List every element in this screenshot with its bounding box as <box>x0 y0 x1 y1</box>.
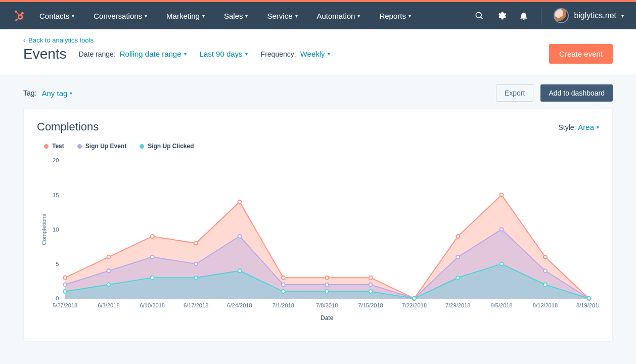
chart-legend: TestSign Up EventSign Up Clicked <box>44 143 599 150</box>
svg-point-31 <box>63 276 67 280</box>
svg-text:15: 15 <box>53 192 59 198</box>
legend-item[interactable]: Test <box>44 143 64 150</box>
svg-text:8/5/2018: 8/5/2018 <box>490 302 512 308</box>
legend-swatch <box>77 144 82 149</box>
tag-dropdown[interactable]: Any tag ▾ <box>41 89 72 98</box>
nav-item-service[interactable]: Service▾ <box>267 12 297 20</box>
svg-line-9 <box>481 17 483 19</box>
chevron-down-icon: ▾ <box>245 13 248 19</box>
svg-point-55 <box>543 269 547 272</box>
svg-text:6/17/2018: 6/17/2018 <box>184 302 208 308</box>
svg-text:Completions: Completions <box>41 213 47 245</box>
account-name: biglytics.net <box>574 11 616 20</box>
chevron-down-icon: ▾ <box>145 13 147 19</box>
svg-point-46 <box>151 255 154 259</box>
chevron-down-icon: ▾ <box>357 13 360 19</box>
nav-item-label: Automation <box>317 12 355 20</box>
chevron-down-icon: ▾ <box>184 51 187 57</box>
create-event-button[interactable]: Create event <box>549 44 613 64</box>
legend-label: Test <box>52 143 64 150</box>
svg-point-34 <box>194 242 198 245</box>
chevron-down-icon: ▾ <box>295 13 298 19</box>
completions-chart: 051015205/27/20186/3/20186/10/20186/17/2… <box>37 154 599 326</box>
sub-header-row: Events Date range: Rolling date range ▾ … <box>23 44 613 64</box>
date-range-label: Date range: <box>79 50 116 58</box>
last-period-dropdown[interactable]: Last 90 days ▾ <box>200 50 248 58</box>
chevron-down-icon: ▾ <box>202 13 205 19</box>
style-value: Area <box>578 123 594 131</box>
svg-point-66 <box>456 276 460 280</box>
chevron-left-icon: ‹ <box>23 36 25 44</box>
sub-header: ‹ Back to analytics tools Events Date ra… <box>0 29 636 75</box>
nav-right: biglytics.net ▾ <box>474 8 624 23</box>
export-button[interactable]: Export <box>496 84 533 102</box>
last-period-value: Last 90 days <box>200 50 243 58</box>
nav-item-label: Sales <box>224 12 243 20</box>
svg-point-44 <box>63 283 67 286</box>
nav-divider <box>541 9 541 23</box>
nav-items: Contacts▾Conversations▾Marketing▾Sales▾S… <box>39 12 474 20</box>
chevron-down-icon: ▾ <box>408 13 411 19</box>
svg-text:6/10/2018: 6/10/2018 <box>140 302 165 308</box>
svg-text:8/12/2018: 8/12/2018 <box>533 302 558 308</box>
legend-item[interactable]: Sign Up Event <box>77 143 126 150</box>
chart-card: Completions Style: Area ▾ TestSign Up Ev… <box>23 109 613 341</box>
svg-text:6/3/2018: 6/3/2018 <box>98 302 119 308</box>
settings-gear-icon[interactable] <box>496 11 507 21</box>
svg-point-51 <box>369 283 373 286</box>
notifications-bell-icon[interactable] <box>519 11 529 21</box>
frequency-value: Weekly <box>300 50 325 58</box>
svg-point-45 <box>107 269 110 272</box>
nav-item-marketing[interactable]: Marketing▾ <box>166 12 205 20</box>
style-label: Style: <box>558 123 576 131</box>
svg-point-64 <box>369 290 373 293</box>
svg-line-7 <box>16 18 19 20</box>
add-to-dashboard-button[interactable]: Add to dashboard <box>540 84 613 102</box>
svg-point-61 <box>238 269 241 272</box>
svg-line-5 <box>16 12 19 15</box>
svg-point-8 <box>476 12 482 18</box>
back-link[interactable]: ‹ Back to analytics tools <box>23 36 613 44</box>
nav-item-automation[interactable]: Automation▾ <box>317 12 360 20</box>
svg-point-63 <box>325 290 329 293</box>
svg-point-60 <box>194 276 198 280</box>
style-dropdown[interactable]: Area ▾ <box>578 123 599 131</box>
chart-area: 051015205/27/20186/3/20186/10/20186/17/2… <box>37 154 599 326</box>
frequency-dropdown[interactable]: Weekly ▾ <box>300 50 330 58</box>
legend-item[interactable]: Sign Up Clicked <box>140 143 194 150</box>
svg-point-48 <box>238 235 241 238</box>
svg-text:7/22/2018: 7/22/2018 <box>402 302 427 308</box>
nav-item-conversations[interactable]: Conversations▾ <box>94 12 147 20</box>
date-range-value: Rolling date range <box>120 50 181 58</box>
date-range-dropdown[interactable]: Rolling date range ▾ <box>120 50 187 58</box>
svg-point-57 <box>63 290 67 293</box>
svg-text:7/15/2018: 7/15/2018 <box>358 302 383 308</box>
chevron-down-icon: ▾ <box>245 51 248 57</box>
svg-point-67 <box>500 262 504 265</box>
nav-item-reports[interactable]: Reports▾ <box>379 12 411 20</box>
svg-point-37 <box>325 276 329 280</box>
svg-text:5/27/2018: 5/27/2018 <box>53 302 77 308</box>
search-icon[interactable] <box>474 11 484 21</box>
toolbar: Tag: Any tag ▾ Export Add to dashboard <box>0 75 636 109</box>
legend-swatch <box>44 144 49 149</box>
account-menu[interactable]: biglytics.net ▾ <box>554 8 624 23</box>
frequency-label: Frequency: <box>261 50 296 58</box>
svg-point-53 <box>456 255 460 259</box>
svg-text:6/24/2018: 6/24/2018 <box>227 302 252 308</box>
svg-text:10: 10 <box>53 226 59 233</box>
page-title: Events <box>23 46 67 62</box>
svg-point-36 <box>282 276 285 280</box>
nav-item-label: Service <box>267 12 292 20</box>
svg-point-59 <box>151 276 154 280</box>
nav-item-label: Marketing <box>166 12 200 20</box>
nav-item-sales[interactable]: Sales▾ <box>224 12 248 20</box>
svg-text:20: 20 <box>53 157 59 163</box>
chevron-down-icon: ▾ <box>328 51 330 57</box>
nav-item-contacts[interactable]: Contacts▾ <box>39 12 74 20</box>
svg-point-40 <box>456 235 460 238</box>
hubspot-logo-icon[interactable] <box>12 9 25 22</box>
chevron-down-icon: ▾ <box>72 13 74 19</box>
svg-text:5: 5 <box>56 261 59 267</box>
svg-text:7/1/2018: 7/1/2018 <box>272 302 294 308</box>
